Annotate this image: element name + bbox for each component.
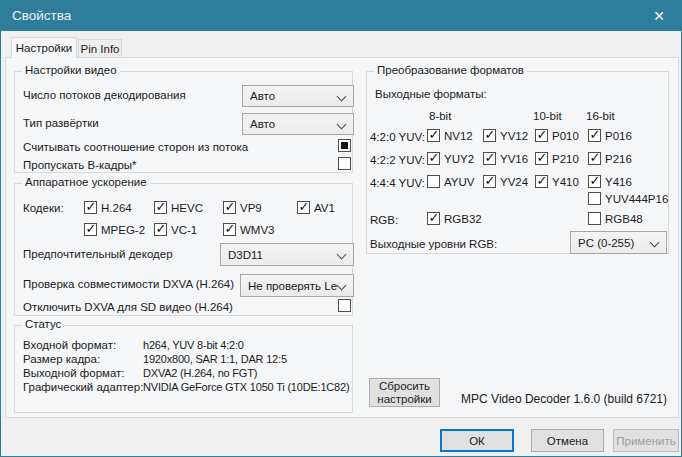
rgb-row-label: RGB: xyxy=(370,214,398,226)
skip-bframes-checkbox[interactable] xyxy=(338,157,351,170)
checkbox[interactable] xyxy=(483,129,496,142)
row-444-label: 4:4:4 YUV: xyxy=(370,177,425,189)
checkbox[interactable] xyxy=(223,223,236,236)
row-422-label: 4:2:2 YUV: xyxy=(370,154,425,166)
selected-value: Авто xyxy=(250,90,275,102)
codec-h264-checkbox[interactable]: H.264 xyxy=(84,201,132,214)
disable-dxva-sd-checkbox[interactable] xyxy=(338,299,351,312)
checkbox[interactable] xyxy=(427,212,440,225)
tab-settings[interactable]: Настройки xyxy=(11,37,77,58)
close-icon[interactable]: ✕ xyxy=(641,1,677,31)
input-format-value: h264, YUV 8-bit 4:2:0 xyxy=(143,339,244,351)
selected-value: Авто xyxy=(250,118,275,130)
properties-dialog: Свойства ✕ Pin Info Настройки Настройки … xyxy=(0,0,682,457)
codec-hevc-checkbox[interactable]: HEVC xyxy=(154,201,203,214)
checkbox[interactable] xyxy=(427,152,440,165)
codec-mpeg2-checkbox[interactable]: MPEG-2 xyxy=(84,223,145,236)
col-header-16bit: 16-bit xyxy=(586,110,615,122)
frame-size-value: 1920x800, SAR 1:1, DAR 12:5 xyxy=(143,353,287,365)
checkbox[interactable] xyxy=(427,129,440,142)
checkbox[interactable] xyxy=(535,152,548,165)
input-format-label: Входной формат: xyxy=(23,339,116,351)
checkbox-label: YV16 xyxy=(500,153,528,165)
chevron-down-icon xyxy=(337,120,347,130)
output-format-label: Выходной формат: xyxy=(23,367,125,379)
checkbox[interactable] xyxy=(588,192,601,205)
fmt-yuy2-checkbox[interactable]: YUY2 xyxy=(427,152,474,165)
checkbox[interactable] xyxy=(588,129,601,142)
fmt-p010-checkbox[interactable]: P010 xyxy=(535,129,579,142)
dxva-compat-select[interactable]: Не проверять Le xyxy=(240,274,354,297)
checkbox-label: P210 xyxy=(552,153,579,165)
rgb-levels-select[interactable]: PC (0-255) xyxy=(570,231,667,254)
checkbox-label: AV1 xyxy=(314,202,335,214)
checkbox-label: AYUV xyxy=(444,176,474,188)
checkbox-label: RGB32 xyxy=(444,213,482,225)
chevron-down-icon xyxy=(337,281,347,291)
checkbox[interactable] xyxy=(535,129,548,142)
skip-bframes-label: Пропускать В-кадры* xyxy=(23,159,137,171)
fmt-yv12-checkbox[interactable]: YV12 xyxy=(483,129,528,142)
checkbox-label: RGB48 xyxy=(605,213,643,225)
checkbox[interactable] xyxy=(588,175,601,188)
checkbox-label: H.264 xyxy=(101,202,132,214)
fmt-yv24-checkbox[interactable]: YV24 xyxy=(483,175,528,188)
checkbox-label: YV12 xyxy=(500,130,528,142)
rgb-levels-label: Выходные уровни RGB: xyxy=(370,238,497,250)
codec-wmv3-checkbox[interactable]: WMV3 xyxy=(223,223,275,236)
fmt-rgb48-checkbox[interactable]: RGB48 xyxy=(588,212,643,225)
fmt-ayuv-checkbox[interactable]: AYUV xyxy=(427,175,474,188)
checkbox-label: HEVC xyxy=(171,202,203,214)
chevron-down-icon xyxy=(337,92,347,102)
fmt-nv12-checkbox[interactable]: NV12 xyxy=(427,129,473,142)
checkbox[interactable] xyxy=(483,175,496,188)
checkbox[interactable] xyxy=(483,152,496,165)
fmt-y416-checkbox[interactable]: Y416 xyxy=(588,175,632,188)
preferred-decoder-select[interactable]: D3D11 xyxy=(220,243,354,266)
reset-settings-button[interactable]: Сбросить настройки xyxy=(369,378,440,407)
dxva-compat-label: Проверка совместимости DXVA (H.264) xyxy=(23,278,234,290)
checkbox[interactable] xyxy=(84,201,97,214)
checkbox[interactable] xyxy=(154,223,167,236)
codec-vc1-checkbox[interactable]: VC-1 xyxy=(154,223,197,236)
cancel-button[interactable]: Отмена xyxy=(531,429,604,452)
fmt-rgb32-checkbox[interactable]: RGB32 xyxy=(427,212,482,225)
col-header-10bit: 10-bit xyxy=(533,110,562,122)
gpu-adapter-label: Графический адаптер: xyxy=(23,381,143,393)
checkbox[interactable] xyxy=(427,175,440,188)
checkbox[interactable] xyxy=(84,223,97,236)
checkbox-label: NV12 xyxy=(444,130,473,142)
fmt-yv16-checkbox[interactable]: YV16 xyxy=(483,152,528,165)
tab-label: Настройки xyxy=(16,42,72,54)
decode-threads-label: Число потоков декодирования xyxy=(23,89,186,101)
decode-threads-select[interactable]: Авто xyxy=(242,85,354,107)
checkbox[interactable] xyxy=(223,201,236,214)
col-header-8bit: 8-bit xyxy=(429,110,451,122)
aspect-ratio-label: Считывать соотношение сторон из потока xyxy=(23,141,248,153)
titlebar[interactable]: Свойства ✕ xyxy=(1,1,682,31)
tab-pin-info[interactable]: Pin Info xyxy=(78,39,122,57)
chevron-down-icon xyxy=(337,250,347,260)
checkbox[interactable] xyxy=(535,175,548,188)
fmt-y410-checkbox[interactable]: Y410 xyxy=(535,175,579,188)
checkbox[interactable] xyxy=(154,201,167,214)
aspect-ratio-checkbox[interactable] xyxy=(338,139,351,152)
fmt-yuv444p16-checkbox[interactable]: YUV444P16 xyxy=(588,192,668,205)
checkbox[interactable] xyxy=(297,201,310,214)
codec-vp9-checkbox[interactable]: VP9 xyxy=(223,201,262,214)
codec-av1-checkbox[interactable]: AV1 xyxy=(297,201,335,214)
checkbox[interactable] xyxy=(588,212,601,225)
selected-value: D3D11 xyxy=(228,249,263,261)
ok-button[interactable]: ОК xyxy=(440,429,514,452)
checkbox[interactable] xyxy=(588,152,601,165)
fmt-p216-checkbox[interactable]: P216 xyxy=(588,152,632,165)
apply-button[interactable]: Применить xyxy=(613,429,679,452)
frame-size-label: Размер кадра: xyxy=(23,353,100,365)
gpu-adapter-value: NVIDIA GeForce GTX 1050 Ti (10DE:1C82) xyxy=(143,381,349,393)
output-formats-label: Выходные форматы: xyxy=(375,88,487,100)
scan-type-select[interactable]: Авто xyxy=(242,113,354,135)
checkbox-label: WMV3 xyxy=(240,224,275,236)
fmt-p016-checkbox[interactable]: P016 xyxy=(588,129,632,142)
fmt-p210-checkbox[interactable]: P210 xyxy=(535,152,579,165)
group-title: Статус xyxy=(22,318,64,330)
